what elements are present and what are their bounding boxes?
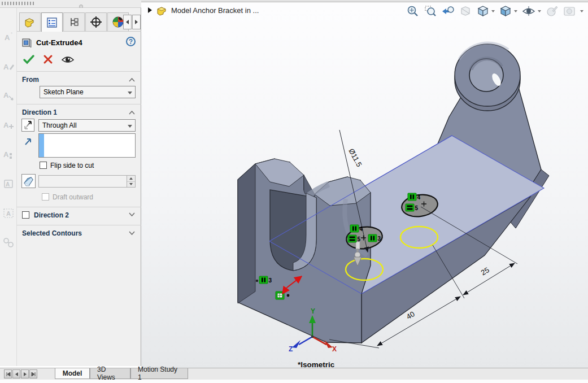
tab-propertymanager[interactable] [41, 12, 63, 32]
view-orientation-label: *Isometric [298, 360, 335, 368]
svg-text:X: X [332, 345, 337, 353]
svg-text:4: 4 [417, 194, 421, 201]
toolbar-grip-dots [2, 2, 36, 5]
help-button[interactable]: ? [126, 37, 136, 46]
group-direction1-label[interactable]: Direction 1 [22, 108, 57, 116]
group-direction1-collapse-chevron[interactable] [129, 111, 135, 115]
draft-button[interactable] [21, 174, 36, 188]
tab-scroll-left-button[interactable] [123, 15, 132, 29]
solidworks-window: A° A A A A A A [0, 0, 588, 383]
svg-text:Ø11.5: Ø11.5 [347, 147, 363, 168]
cancel-button[interactable] [43, 54, 53, 64]
svg-text:3: 3 [269, 277, 272, 284]
note-edit-icon[interactable]: A [2, 60, 15, 73]
draft-angle-field[interactable] [38, 175, 136, 188]
note-add-icon[interactable]: A [2, 119, 15, 132]
from-condition-value: Sketch Plane [43, 88, 84, 96]
flyout-featuremanager[interactable]: Model Anchor Bracket in ... [148, 5, 259, 16]
note-a1-icon[interactable]: A° [2, 31, 15, 43]
tab-configurationmanager[interactable] [63, 12, 85, 31]
graphics-viewport[interactable]: Ø11.5 40 25 [141, 2, 588, 368]
flip-side-to-cut-label[interactable]: Flip side to cut [50, 162, 94, 169]
end-condition-combobox[interactable]: Through All [38, 119, 136, 132]
selection-active-strip [39, 134, 44, 157]
headsup-view-toolbar [406, 4, 583, 19]
view-orientation-button[interactable] [476, 4, 495, 19]
reverse-direction-button[interactable] [21, 119, 34, 132]
previous-view-button[interactable] [441, 4, 455, 19]
note-frame-icon[interactable]: A [2, 207, 15, 220]
tab-navigation-buttons [4, 369, 38, 378]
edit-appearance-icon [545, 5, 559, 18]
tab-3d-views[interactable]: 3D Views [90, 368, 130, 379]
next-tab-button[interactable] [21, 369, 29, 378]
apply-scene-button [562, 4, 577, 19]
svg-text:A: A [3, 121, 9, 129]
display-style-button[interactable] [498, 4, 518, 19]
tab-dimxpertmanager[interactable] [85, 12, 107, 31]
display-style-icon [499, 5, 512, 18]
chain-pattern-icon[interactable] [2, 236, 15, 249]
group-direction2-label[interactable]: Direction 2 [34, 211, 69, 219]
section-view-icon [459, 5, 472, 18]
group-selected-contours-label[interactable]: Selected Contours [22, 229, 82, 237]
document-name[interactable]: Model Anchor Bracket in ... [171, 6, 259, 15]
end-condition-value: Through All [42, 121, 77, 129]
direction2-enable-checkbox[interactable] [22, 211, 29, 219]
dimxpert-icon [89, 15, 103, 29]
view-orientation-dropdown[interactable] [491, 10, 495, 12]
direction-reference-selection-box[interactable] [38, 133, 136, 158]
edit-appearance-button [545, 4, 559, 19]
configurationmanager-icon [67, 15, 81, 29]
hide-show-items-dropdown[interactable] [538, 10, 541, 12]
draft-outward-label: Draft outward [53, 193, 93, 201]
flip-side-to-cut-checkbox[interactable] [40, 162, 47, 169]
last-tab-button[interactable] [29, 369, 37, 378]
svg-text:°: ° [11, 32, 12, 37]
first-tab-button[interactable] [4, 369, 12, 378]
viewport-3d-scene[interactable]: Ø11.5 40 25 [141, 2, 588, 368]
ok-button[interactable] [23, 54, 35, 65]
note-block-icon[interactable]: A [2, 148, 15, 161]
display-style-dropdown[interactable] [514, 10, 517, 12]
draft-angle-spinner[interactable] [127, 176, 135, 187]
svg-text:A: A [6, 181, 10, 188]
group-from-label[interactable]: From [22, 76, 39, 84]
svg-text:5: 5 [358, 236, 361, 242]
apply-scene-dropdown[interactable] [580, 10, 583, 12]
tab-motion-study-1[interactable]: Motion Study 1 [130, 368, 188, 379]
property-manager-panel: Cut-Extrude4 ? From Sketch Plane [17, 8, 141, 366]
zoom-to-fit-button[interactable] [406, 4, 420, 19]
group-direction2-expand-chevron[interactable] [129, 212, 135, 216]
group-from-collapse-chevron[interactable] [129, 78, 135, 82]
svg-text:5: 5 [415, 205, 419, 211]
tab-model[interactable]: Model [55, 368, 90, 379]
from-condition-combobox[interactable]: Sketch Plane [40, 86, 136, 98]
svg-text:4: 4 [360, 226, 363, 232]
propertymanager-icon [45, 16, 59, 29]
panel-top-splitter[interactable] [0, 0, 141, 8]
tab-scroll-right-button[interactable] [132, 15, 141, 29]
part-document-icon [156, 5, 167, 16]
view-orientation-icon [476, 5, 490, 18]
group-selected-contours-expand-chevron[interactable] [129, 231, 135, 235]
note-save-icon[interactable]: A [2, 177, 15, 190]
svg-text:A: A [3, 63, 9, 71]
show-preview-button[interactable] [61, 55, 75, 64]
feature-title: Cut-Extrude4 [36, 38, 82, 47]
note-leader-icon[interactable]: A [2, 89, 15, 102]
previous-tab-button[interactable] [12, 369, 20, 378]
draft-icon [23, 175, 34, 187]
tab-featuremanager-design-tree[interactable] [19, 12, 41, 31]
part-icon [23, 15, 37, 29]
reverse-direction-icon [23, 120, 33, 130]
flyout-expand-icon[interactable] [148, 7, 152, 13]
svg-text:A: A [3, 150, 9, 159]
zoom-to-area-button[interactable] [423, 4, 438, 19]
draft-outward-checkbox [42, 193, 49, 201]
hide-show-items-button[interactable] [521, 4, 542, 19]
manager-tabbar [17, 12, 141, 32]
zoom-to-fit-icon [406, 5, 420, 18]
svg-text:3: 3 [378, 236, 381, 242]
previous-view-icon [441, 5, 455, 18]
